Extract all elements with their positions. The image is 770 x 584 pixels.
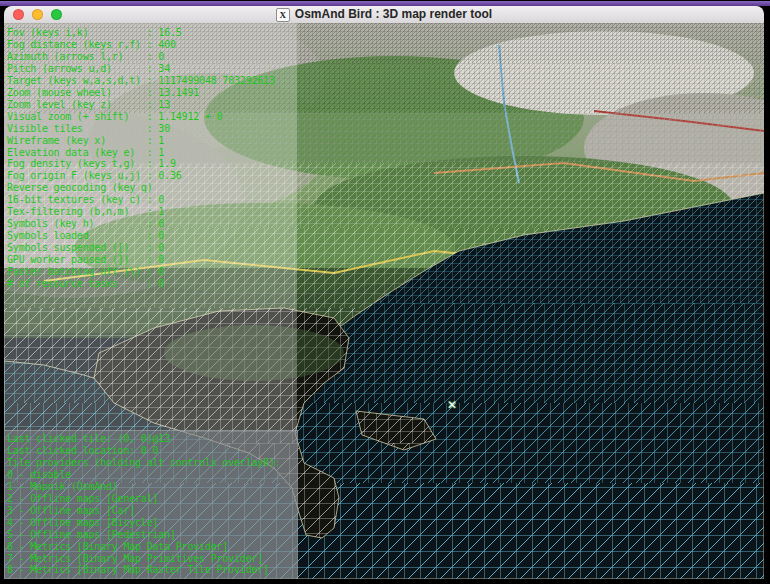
map-viewport[interactable]: Fov (keys i,k) : 16.5 Fog distance (keys… xyxy=(4,23,764,579)
traffic-lights xyxy=(13,9,62,20)
tile-providers-panel: Last clicked tile: (0, 0)@13 Last clicke… xyxy=(4,430,298,579)
maximize-button[interactable] xyxy=(51,9,62,20)
minimize-button[interactable] xyxy=(32,9,43,20)
close-button[interactable] xyxy=(13,9,24,20)
debug-hud: Fov (keys i,k) : 16.5 Fog distance (keys… xyxy=(7,27,275,290)
cursor-marker-icon: ✕ xyxy=(447,398,457,412)
tile-providers-text: Last clicked tile: (0, 0)@13 Last clicke… xyxy=(7,433,281,576)
window-title: X OsmAnd Bird : 3D map render tool xyxy=(276,6,492,23)
window-title-text: OsmAnd Bird : 3D map render tool xyxy=(295,6,492,23)
x11-app-icon: X xyxy=(276,8,290,22)
app-window: X OsmAnd Bird : 3D map render tool xyxy=(4,6,764,579)
titlebar[interactable]: X OsmAnd Bird : 3D map render tool xyxy=(4,6,764,24)
